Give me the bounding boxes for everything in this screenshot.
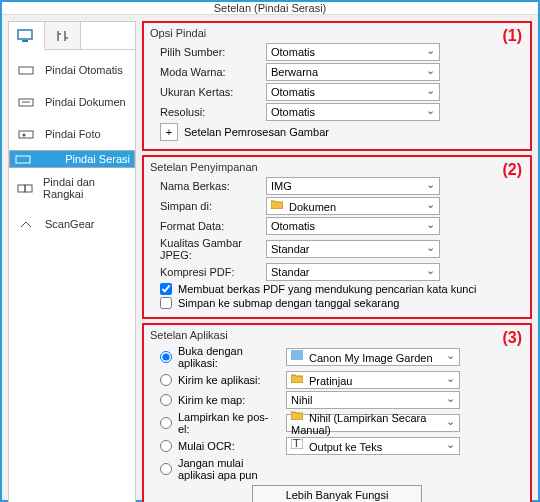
- label-color: Moda Warna:: [150, 66, 260, 78]
- select-value: Standar: [271, 266, 310, 278]
- radio-label: Kirim ke aplikasi:: [178, 374, 261, 386]
- select-value: TOutput ke Teks: [291, 439, 382, 453]
- group-title: Opsi Pindai: [150, 27, 524, 39]
- sidebar: Pindai Otomatis Pindai Dokumen Pindai Fo…: [8, 21, 136, 502]
- label-paper: Ukuran Kertas:: [150, 86, 260, 98]
- sidebar-item-scangear[interactable]: ScanGear: [9, 208, 135, 240]
- radio-send-app[interactable]: Kirim ke aplikasi:: [160, 374, 280, 386]
- select-attach-email[interactable]: Nihil (Lampirkan Secara Manual): [286, 414, 460, 432]
- label-source: Pilih Sumber:: [150, 46, 260, 58]
- radio-label: Mulai OCR:: [178, 440, 235, 452]
- select-value: Nihil: [291, 394, 312, 406]
- sidebar-item-label: Pindai dan Rangkai: [43, 176, 127, 200]
- sidebar-item-custom[interactable]: Pindai Serasi: [9, 150, 135, 168]
- checkbox-label: Simpan ke submap dengan tanggal sekarang: [178, 297, 399, 309]
- sidebar-item-label: Pindai Serasi: [65, 153, 130, 165]
- main-panel: (1) Opsi Pindai Pilih Sumber:Otomatis Mo…: [142, 21, 532, 502]
- custom-icon: [14, 151, 34, 167]
- tools-icon: [55, 29, 71, 43]
- scan-icon: [17, 62, 37, 78]
- document-icon: [17, 94, 37, 110]
- radio-attach-email[interactable]: Lampirkan ke pos-el:: [160, 411, 280, 435]
- sidebar-item-auto[interactable]: Pindai Otomatis: [9, 54, 135, 86]
- label-filename: Nama Berkas:: [150, 180, 260, 192]
- stitch-icon: [17, 180, 35, 196]
- select-value: Standar: [271, 243, 310, 255]
- group-title: Setelan Penyimpanan: [150, 161, 524, 173]
- text-icon: T: [291, 439, 305, 451]
- select-value: Otomatis: [271, 46, 315, 58]
- scangear-icon: [17, 216, 37, 232]
- folder-icon: [291, 373, 305, 385]
- radio-label: Jangan mulai aplikasi apa pun: [178, 457, 280, 481]
- select-format[interactable]: Otomatis: [266, 217, 440, 235]
- tab-tools[interactable]: [45, 22, 81, 49]
- select-start-ocr[interactable]: TOutput ke Teks: [286, 437, 460, 455]
- label-format: Format Data:: [150, 220, 260, 232]
- sidebar-tabbar: [9, 22, 135, 50]
- select-value: Otomatis: [271, 220, 315, 232]
- select-color[interactable]: Berwarna: [266, 63, 440, 81]
- window-title: Setelan (Pindai Serasi): [2, 2, 538, 15]
- tab-scan-from-computer[interactable]: [9, 22, 45, 50]
- select-value: Pratinjau: [291, 373, 352, 387]
- sidebar-item-stitch[interactable]: Pindai dan Rangkai: [9, 168, 135, 208]
- monitor-icon: [17, 29, 37, 43]
- select-paper[interactable]: Otomatis: [266, 83, 440, 101]
- select-jpeg[interactable]: Standar: [266, 240, 440, 258]
- select-value: Berwarna: [271, 66, 318, 78]
- select-value: Nihil (Lampirkan Secara Manual): [291, 410, 455, 436]
- svg-rect-10: [291, 350, 303, 360]
- label-processing: Setelan Pemrosesan Gambar: [184, 126, 329, 138]
- select-pdf[interactable]: Standar: [266, 263, 440, 281]
- svg-rect-2: [19, 67, 33, 74]
- svg-rect-5: [19, 131, 33, 138]
- svg-rect-0: [18, 30, 32, 39]
- checkbox-pdf-search[interactable]: Membuat berkas PDF yang mendukung pencar…: [160, 283, 476, 295]
- sidebar-item-label: ScanGear: [45, 218, 95, 230]
- app-icon: [291, 350, 305, 362]
- group-save-settings: (2) Setelan Penyimpanan Nama Berkas:IMG …: [142, 155, 532, 319]
- svg-point-6: [23, 134, 26, 137]
- select-resolution[interactable]: Otomatis: [266, 103, 440, 121]
- radio-start-ocr[interactable]: Mulai OCR:: [160, 440, 280, 452]
- select-value: Canon My Image Garden: [291, 350, 433, 364]
- select-value: Dokumen: [271, 199, 336, 213]
- radio-label: Buka dengan aplikasi:: [178, 345, 280, 369]
- sidebar-item-document[interactable]: Pindai Dokumen: [9, 86, 135, 118]
- select-open-with[interactable]: Canon My Image Garden: [286, 348, 460, 366]
- photo-icon: [17, 126, 37, 142]
- select-send-folder[interactable]: Nihil: [286, 391, 460, 409]
- radio-open-with[interactable]: Buka dengan aplikasi:: [160, 345, 280, 369]
- checkbox-label: Membuat berkas PDF yang mendukung pencar…: [178, 283, 476, 295]
- select-value: IMG: [271, 180, 292, 192]
- more-functions-button[interactable]: Lebih Banyak Fungsi: [252, 485, 422, 502]
- svg-rect-1: [22, 40, 28, 42]
- plus-icon: +: [166, 126, 172, 138]
- radio-send-folder[interactable]: Kirim ke map:: [160, 394, 280, 406]
- annotation-1: (1): [502, 27, 522, 45]
- select-source[interactable]: Otomatis: [266, 43, 440, 61]
- nav-list: Pindai Otomatis Pindai Dokumen Pindai Fo…: [9, 50, 135, 502]
- checkbox-subfolder[interactable]: Simpan ke submap dengan tanggal sekarang: [160, 297, 399, 309]
- expand-processing-button[interactable]: +: [160, 123, 178, 141]
- group-title: Setelan Aplikasi: [150, 329, 524, 341]
- select-value: Otomatis: [271, 106, 315, 118]
- svg-rect-8: [18, 185, 25, 192]
- svg-rect-7: [16, 156, 30, 163]
- label-resolution: Resolusi:: [150, 106, 260, 118]
- sidebar-item-photo[interactable]: Pindai Foto: [9, 118, 135, 150]
- select-savein[interactable]: Dokumen: [266, 197, 440, 215]
- label-savein: Simpan di:: [150, 200, 260, 212]
- annotation-2: (2): [502, 161, 522, 179]
- input-filename[interactable]: IMG: [266, 177, 440, 195]
- folder-icon: [291, 410, 305, 422]
- label-jpeg: Kualitas Gambar JPEG:: [150, 237, 260, 261]
- radio-label: Kirim ke map:: [178, 394, 245, 406]
- radio-no-app[interactable]: Jangan mulai aplikasi apa pun: [160, 457, 280, 481]
- group-scan-options: (1) Opsi Pindai Pilih Sumber:Otomatis Mo…: [142, 21, 532, 151]
- radio-label: Lampirkan ke pos-el:: [178, 411, 280, 435]
- select-value: Otomatis: [271, 86, 315, 98]
- select-send-app[interactable]: Pratinjau: [286, 371, 460, 389]
- sidebar-item-label: Pindai Otomatis: [45, 64, 123, 76]
